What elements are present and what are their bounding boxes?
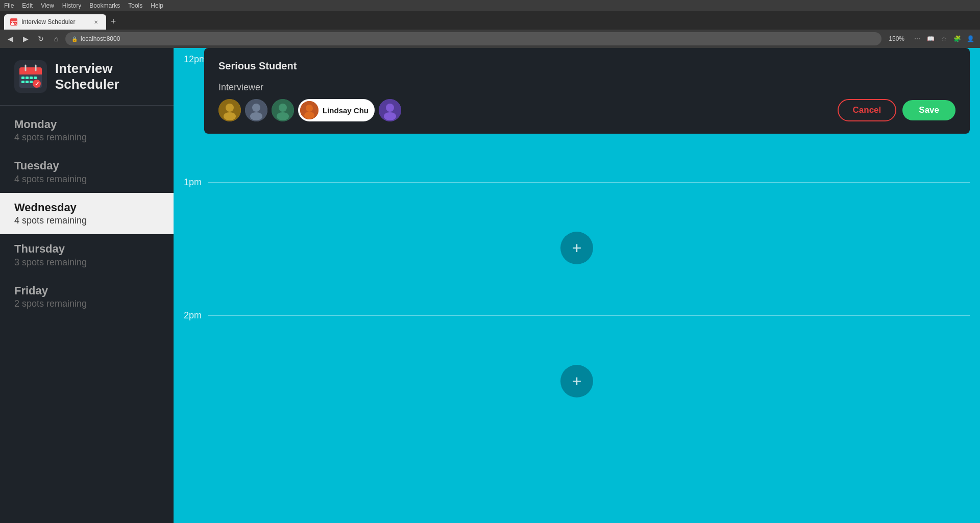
home-button[interactable]: ⌂ [50, 33, 62, 45]
tab-close-button[interactable]: ✕ [92, 18, 100, 26]
time-divider-2pm [208, 315, 970, 316]
menu-view[interactable]: View [41, 2, 54, 9]
add-slot-button-1pm[interactable]: + [560, 232, 593, 264]
sidebar: ✓ Interview Scheduler Monday 4 spots rem… [0, 48, 174, 523]
event-card-title: Serious Student [218, 60, 955, 72]
app-icon: ✓ [14, 60, 47, 93]
security-icon: 🔒 [71, 36, 78, 42]
svg-rect-14 [34, 77, 37, 79]
menu-history[interactable]: History [62, 2, 81, 9]
event-card: Serious Student Interviewer [204, 48, 970, 134]
forward-button[interactable]: ▶ [19, 33, 32, 45]
svg-point-36 [384, 112, 396, 120]
avatar-1[interactable] [218, 99, 241, 121]
tab-favicon: ✓ [10, 18, 17, 26]
sidebar-item-tuesday[interactable]: Tuesday 4 spots remaining [0, 151, 174, 192]
sidebar-item-friday[interactable]: Friday 2 spots remaining [0, 276, 174, 317]
sidebar-item-thursday[interactable]: Thursday 3 spots remaining [0, 234, 174, 276]
selected-interviewer-name: Lindsay Chu [323, 106, 369, 115]
selected-avatar [300, 101, 318, 119]
main-content: 12pm Serious Student Interviewer [174, 48, 980, 523]
menu-help[interactable]: Help [151, 2, 163, 9]
card-actions: Cancel Save [838, 99, 955, 121]
address-bar[interactable]: 🔒 localhost:8000 [65, 32, 881, 45]
add-slot-button-2pm[interactable]: + [560, 365, 593, 397]
svg-point-24 [224, 112, 236, 120]
menu-file[interactable]: File [4, 2, 14, 9]
svg-rect-2 [11, 22, 12, 23]
menu-edit[interactable]: Edit [22, 2, 33, 9]
browser-menu-bar: File Edit View History Bookmarks Tools H… [0, 0, 980, 11]
sidebar-item-wednesday[interactable]: Wednesday 4 spots remaining [0, 193, 174, 234]
sidebar-header: ✓ Interview Scheduler [0, 60, 174, 106]
toolbar-right: ⋯ 📖 ☆ 🧩 👤 [912, 33, 976, 44]
svg-point-30 [277, 112, 289, 120]
svg-rect-10 [19, 71, 42, 74]
reader-icon[interactable]: 📖 [925, 33, 936, 44]
svg-point-35 [386, 104, 394, 112]
svg-text:✓: ✓ [14, 22, 16, 25]
time-label-2pm: 2pm [174, 304, 980, 325]
svg-rect-12 [26, 77, 29, 79]
cancel-button[interactable]: Cancel [838, 99, 897, 121]
back-button[interactable]: ◀ [4, 33, 16, 45]
svg-point-27 [250, 112, 262, 120]
svg-rect-16 [26, 81, 29, 83]
app-title: Interview Scheduler [55, 61, 119, 92]
menu-tools[interactable]: Tools [128, 2, 142, 9]
menu-bookmarks[interactable]: Bookmarks [89, 2, 120, 9]
avatar-5[interactable] [379, 99, 401, 121]
sidebar-item-monday[interactable]: Monday 4 spots remaining [0, 110, 174, 151]
profile-icon[interactable]: 👤 [965, 33, 976, 44]
time-divider-1pm [208, 182, 970, 183]
save-button[interactable]: Save [902, 100, 955, 120]
browser-tabs: ✓ Interview Scheduler ✕ + [0, 11, 980, 30]
slot-area-1pm: + [174, 192, 980, 304]
more-tools-icon[interactable]: ⋯ [912, 33, 923, 44]
slot-area-2pm: + [174, 325, 980, 437]
svg-point-32 [306, 105, 313, 112]
svg-rect-13 [30, 77, 33, 79]
avatar-2[interactable] [245, 99, 267, 121]
browser-toolbar: ◀ ▶ ↻ ⌂ 🔒 localhost:8000 150% ⋯ 📖 ☆ 🧩 👤 [0, 30, 980, 48]
refresh-button[interactable]: ↻ [35, 33, 47, 45]
interviewer-label: Interviewer [218, 82, 955, 93]
svg-rect-1 [11, 20, 17, 21]
svg-rect-15 [21, 81, 24, 83]
selected-interviewer[interactable]: Lindsay Chu [298, 99, 375, 121]
tab-title: Interview Scheduler [21, 18, 75, 26]
url-display: localhost:8000 [81, 35, 120, 42]
svg-rect-17 [30, 81, 33, 83]
svg-point-23 [226, 104, 234, 112]
svg-rect-11 [21, 77, 24, 79]
zoom-level: 150% [885, 35, 909, 42]
app-container: ✓ Interview Scheduler Monday 4 spots rem… [0, 48, 980, 523]
svg-point-29 [279, 104, 287, 112]
svg-point-33 [304, 112, 314, 119]
svg-rect-3 [13, 22, 14, 23]
new-tab-button[interactable]: + [106, 14, 120, 29]
active-tab[interactable]: ✓ Interview Scheduler ✕ [4, 14, 106, 30]
time-label-1pm: 1pm [174, 171, 980, 192]
svg-text:✓: ✓ [35, 81, 39, 87]
avatar-3[interactable] [272, 99, 294, 121]
svg-point-26 [252, 104, 260, 112]
extensions-icon[interactable]: 🧩 [951, 33, 963, 44]
bookmark-icon[interactable]: ☆ [938, 33, 949, 44]
